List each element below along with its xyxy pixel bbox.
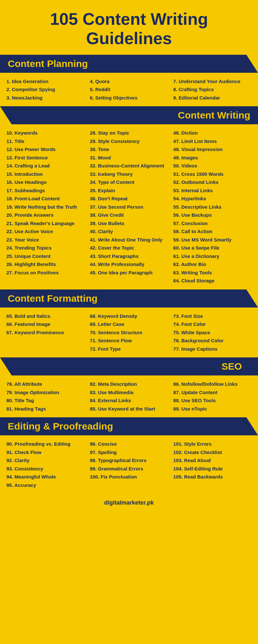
planning-col2: 4. Quora 5. Reddit 6. Setting Objectives <box>87 77 171 102</box>
editing-col3: 101. Style Errors 102. Create Checklist … <box>171 440 254 489</box>
seo-col3: 86. Nofollow/Dofollow Links 87. Update C… <box>171 380 254 413</box>
content-formatting-section: Content Formatting 65. Bold and Italics … <box>0 289 258 358</box>
writing-col1: 10. Keywords 11. Title 12. Use Power Wor… <box>4 129 87 285</box>
planning-col1: 1. Idea Generation 2. Competitor Spying … <box>4 77 87 102</box>
writing-col3: 46. Diction 47. Limit List Items 48. Vis… <box>171 129 254 285</box>
seo-section: SEO 78. Alt Attribute 79. Image Optimiza… <box>0 357 258 417</box>
editing-header: Editing & Proofreading <box>0 417 258 435</box>
main-title: 105 Content Writing Guidelines <box>0 0 258 55</box>
footer: digitalmarketer.pk <box>0 494 258 511</box>
editing-col1: 90. Proofreading vs. Editing 91. Check F… <box>4 440 87 489</box>
content-writing-section: Content Writing 10. Keywords 11. Title 1… <box>0 106 258 289</box>
editing-section: Editing & Proofreading 90. Proofreading … <box>0 417 258 494</box>
seo-grid: 78. Alt Attribute 79. Image Optimization… <box>0 375 258 417</box>
seo-col2: 82. Meta Description 83. Use Multimedia … <box>87 380 171 413</box>
content-formatting-header: Content Formatting <box>0 289 258 308</box>
seo-col1: 78. Alt Attribute 79. Image Optimization… <box>4 380 87 413</box>
formatting-col2: 68. Keyword Density 69. Letter Case 70. … <box>87 312 171 353</box>
seo-header: SEO <box>0 357 258 375</box>
editing-grid: 90. Proofreading vs. Editing 91. Check F… <box>0 435 258 494</box>
planning-col3: 7. Understand Your Audience 8. Crafting … <box>171 77 254 102</box>
editing-col2: 96. Concise 97. Spelling 98. Typographic… <box>87 440 171 489</box>
content-writing-grid: 10. Keywords 11. Title 12. Use Power Wor… <box>0 124 258 289</box>
content-planning-header: Content Planning <box>0 55 258 73</box>
content-planning-section: Content Planning 1. Idea Generation 2. C… <box>0 55 258 107</box>
content-planning-grid: 1. Idea Generation 2. Competitor Spying … <box>0 73 258 107</box>
formatting-col1: 65. Bold and Italics 66. Featured Image … <box>4 312 87 353</box>
main-container: 105 Content Writing Guidelines Content P… <box>0 0 258 511</box>
writing-col2: 28. Stay on Topic 29. Style Consistency … <box>87 129 171 285</box>
content-writing-header: Content Writing <box>0 106 258 124</box>
formatting-col3: 73. Font Size 74. Font Color 75. White S… <box>171 312 254 353</box>
content-formatting-grid: 65. Bold and Italics 66. Featured Image … <box>0 308 258 358</box>
